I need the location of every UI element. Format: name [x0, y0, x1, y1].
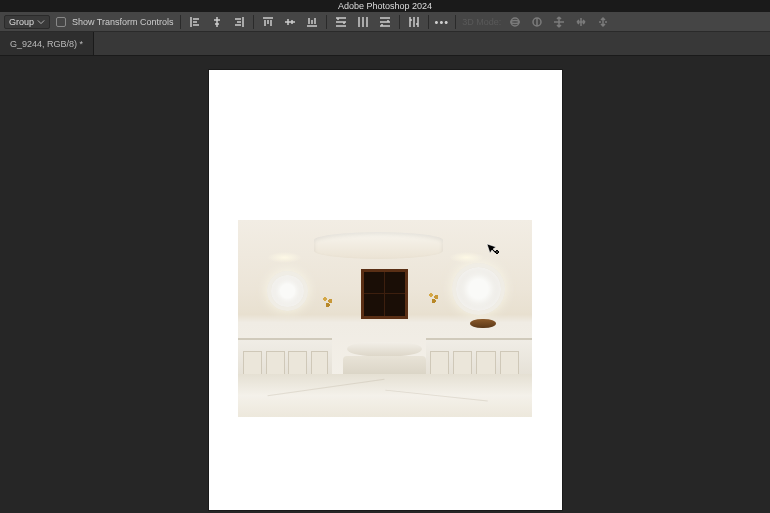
align-top-edges-button[interactable]: [260, 14, 276, 30]
show-transform-label: Show Transform Controls: [72, 17, 174, 27]
align-bottom-edges-button[interactable]: [304, 14, 320, 30]
separator: [399, 15, 400, 29]
document-tab-bar: G_9244, RGB/8) *: [0, 32, 770, 56]
document-tab[interactable]: G_9244, RGB/8) *: [0, 32, 94, 55]
svg-point-0: [511, 18, 519, 26]
scale-3d-button: [595, 14, 611, 30]
orbit-3d-button: [507, 14, 523, 30]
selection-mode-dropdown[interactable]: Group: [4, 15, 50, 29]
placed-image[interactable]: [238, 220, 532, 417]
align-left-edges-button[interactable]: [187, 14, 203, 30]
align-right-edges-button[interactable]: [231, 14, 247, 30]
roll-3d-button: [529, 14, 545, 30]
separator: [428, 15, 429, 29]
options-bar: Group Show Transform Controls ••• 3D Mod…: [0, 12, 770, 32]
title-bar: Adobe Photoshop 2024: [0, 0, 770, 12]
show-transform-checkbox[interactable]: [56, 17, 66, 27]
slide-3d-button: [573, 14, 589, 30]
separator: [326, 15, 327, 29]
artboard[interactable]: [209, 70, 562, 510]
svg-point-1: [511, 20, 519, 23]
chevron-down-icon: [37, 18, 45, 26]
separator: [253, 15, 254, 29]
more-options-button[interactable]: •••: [435, 16, 450, 28]
pan-3d-button: [551, 14, 567, 30]
document-tab-label: G_9244, RGB/8) *: [10, 39, 83, 49]
mode-3d-label: 3D Mode:: [462, 17, 501, 27]
align-horizontal-centers-button[interactable]: [209, 14, 225, 30]
separator: [180, 15, 181, 29]
bathroom-photo-content: [238, 220, 532, 417]
distribute-bottom-button[interactable]: [377, 14, 393, 30]
distribute-vertical-button[interactable]: [355, 14, 371, 30]
distribute-horizontal-button[interactable]: [406, 14, 422, 30]
app-title: Adobe Photoshop 2024: [338, 1, 432, 11]
distribute-top-button[interactable]: [333, 14, 349, 30]
align-vertical-centers-button[interactable]: [282, 14, 298, 30]
selection-mode-value: Group: [9, 17, 34, 27]
mode-3d-group: 3D Mode:: [462, 14, 611, 30]
separator: [455, 15, 456, 29]
canvas-area[interactable]: [0, 56, 770, 513]
